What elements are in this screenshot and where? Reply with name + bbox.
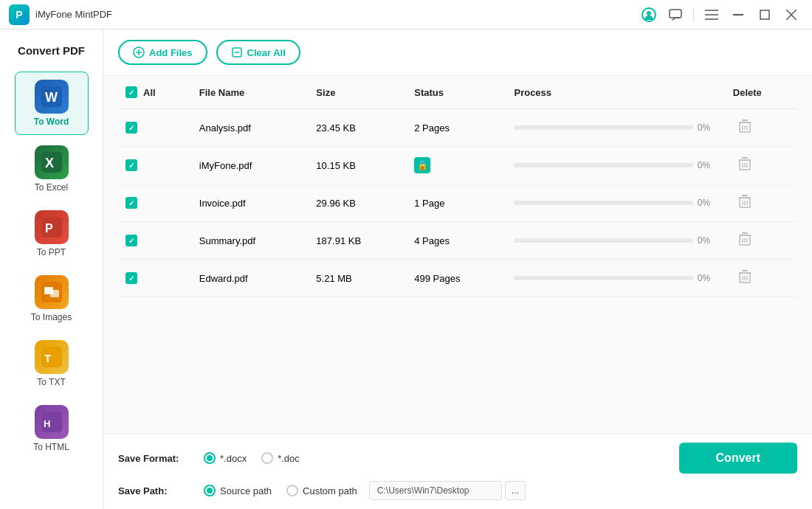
- col-filename: File Name: [192, 76, 309, 109]
- sidebar-item-txt[interactable]: T To TXT: [15, 333, 89, 395]
- sidebar-item-ppt[interactable]: P To PPT: [15, 203, 89, 265]
- titlebar-separator: [693, 7, 694, 22]
- sidebar-item-word-label: To Word: [34, 117, 69, 127]
- file-progress: 0%: [506, 109, 725, 147]
- file-status: 🔒: [407, 147, 506, 184]
- table-row: Invoice.pdf29.96 KB1 Page0%: [118, 184, 797, 222]
- word-icon: W: [35, 80, 69, 114]
- chat-button[interactable]: [664, 3, 687, 27]
- sidebar-item-excel[interactable]: X To Excel: [15, 138, 89, 200]
- sidebar-item-txt-label: To TXT: [37, 377, 65, 387]
- path-source[interactable]: Source path: [204, 485, 272, 496]
- sidebar-item-images-label: To Images: [31, 312, 72, 322]
- add-files-label: Add Files: [149, 47, 193, 58]
- row-checkbox-2[interactable]: [125, 197, 137, 209]
- titlebar-controls: [637, 3, 803, 27]
- browse-path-button[interactable]: ...: [505, 481, 526, 500]
- footer: Save Format: *.docx *.doc Convert: [103, 433, 812, 509]
- avatar-button[interactable]: [637, 3, 661, 27]
- clear-all-label: Clear All: [247, 47, 286, 58]
- delete-button-2[interactable]: [733, 192, 757, 214]
- table-row: iMyFone.pdf10.15 KB🔒0%: [118, 147, 797, 184]
- svg-rect-2: [670, 10, 681, 18]
- sidebar-item-ppt-label: To PPT: [37, 247, 66, 257]
- svg-text:W: W: [45, 90, 58, 105]
- path-source-radio[interactable]: [204, 485, 216, 496]
- minimize-button[interactable]: [726, 3, 750, 27]
- sidebar-item-images[interactable]: To Images: [15, 268, 89, 330]
- file-table-wrapper: All File Name Size Status Process Delete…: [103, 76, 812, 433]
- sidebar-item-word[interactable]: W To Word: [15, 72, 89, 135]
- app-logo: P: [9, 4, 30, 25]
- app-title: iMyFone MintPDF: [35, 9, 112, 20]
- table-row: Edward.pdf5.21 MB499 Pages0%: [118, 260, 797, 297]
- delete-button-1[interactable]: [733, 154, 757, 176]
- file-name: iMyFone.pdf: [192, 147, 309, 184]
- lock-icon: 🔒: [414, 157, 430, 173]
- row-checkbox-0[interactable]: [125, 122, 137, 134]
- path-custom[interactable]: Custom path: [286, 485, 357, 496]
- file-progress: 0%: [506, 222, 725, 260]
- delete-button-0[interactable]: [733, 117, 757, 139]
- path-row: Save Path: Source path Custom path: [118, 481, 797, 500]
- sidebar-item-html-label: To HTML: [33, 442, 69, 452]
- svg-text:X: X: [45, 156, 54, 170]
- path-custom-radio[interactable]: [286, 485, 298, 496]
- file-name: Analysis.pdf: [192, 109, 309, 147]
- maximize-button[interactable]: [753, 3, 777, 27]
- svg-text:H: H: [44, 418, 50, 429]
- svg-text:T: T: [44, 352, 51, 364]
- file-size: 29.96 KB: [309, 184, 407, 222]
- file-status: 4 Pages: [407, 222, 506, 260]
- file-progress: 0%: [506, 184, 725, 222]
- content-area: Add Files Clear All All: [103, 30, 812, 509]
- clear-all-button[interactable]: Clear All: [216, 40, 300, 65]
- delete-button-3[interactable]: [733, 229, 757, 252]
- file-name: Summary.pdf: [192, 222, 309, 260]
- file-size: 23.45 KB: [309, 109, 407, 147]
- path-options: Source path Custom path: [204, 485, 357, 496]
- file-size: 187.91 KB: [309, 222, 407, 260]
- format-options: *.docx *.doc: [204, 452, 300, 464]
- svg-point-1: [647, 11, 651, 15]
- format-docx-radio[interactable]: [204, 452, 216, 464]
- format-docx[interactable]: *.docx: [204, 452, 247, 464]
- file-name: Edward.pdf: [192, 260, 309, 297]
- format-doc-label: *.doc: [278, 453, 300, 464]
- col-status: Status: [407, 76, 506, 109]
- close-button[interactable]: [780, 3, 803, 27]
- file-size: 5.21 MB: [309, 260, 407, 297]
- add-files-button[interactable]: Add Files: [118, 40, 207, 65]
- images-icon: [35, 275, 69, 309]
- format-doc-radio[interactable]: [261, 452, 273, 464]
- custom-path-input[interactable]: [369, 481, 502, 500]
- ppt-icon: P: [35, 210, 69, 244]
- sidebar-item-html[interactable]: H To HTML: [15, 398, 89, 460]
- file-progress: 0%: [506, 147, 725, 184]
- svg-rect-18: [50, 290, 59, 297]
- format-doc[interactable]: *.doc: [261, 452, 300, 464]
- app-container: Convert PDF W To Word X To Exce: [0, 30, 812, 509]
- delete-button-4[interactable]: [733, 267, 757, 289]
- txt-icon: T: [35, 340, 69, 374]
- svg-text:P: P: [45, 222, 53, 235]
- sidebar: Convert PDF W To Word X To Exce: [0, 30, 103, 509]
- format-docx-label: *.docx: [220, 453, 247, 464]
- excel-icon: X: [35, 145, 69, 179]
- file-name: Invoice.pdf: [192, 184, 309, 222]
- path-label: Save Path:: [118, 485, 192, 496]
- convert-button[interactable]: Convert: [679, 443, 797, 474]
- row-checkbox-4[interactable]: [125, 272, 137, 284]
- menu-button[interactable]: [700, 3, 723, 27]
- file-status: 2 Pages: [407, 109, 506, 147]
- col-delete: Delete: [726, 76, 797, 109]
- row-checkbox-3[interactable]: [125, 235, 137, 246]
- custom-path-wrap: ...: [369, 481, 526, 500]
- sidebar-section-title: Convert PDF: [18, 37, 85, 69]
- titlebar-left: P iMyFone MintPDF: [9, 4, 112, 25]
- row-checkbox-1[interactable]: [125, 159, 137, 171]
- select-all-checkbox[interactable]: [125, 86, 137, 98]
- format-label: Save Format:: [118, 453, 192, 464]
- col-size: Size: [309, 76, 407, 109]
- html-icon: H: [35, 405, 69, 439]
